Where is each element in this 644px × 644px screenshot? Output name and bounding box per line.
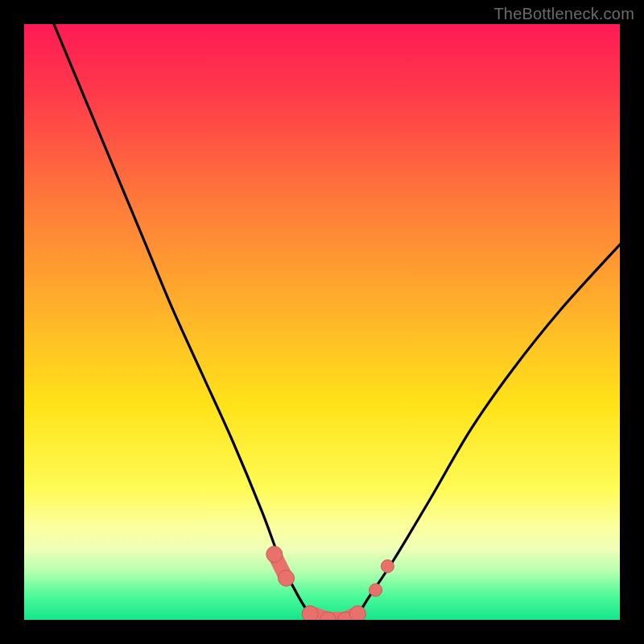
chart-plot-area [24, 24, 620, 620]
bead-right-2 [381, 559, 394, 572]
bead-left-cluster-start [266, 547, 283, 563]
curve-beads-group [266, 547, 394, 620]
bead-right-1 [369, 584, 382, 597]
bead-floor-1 [302, 606, 318, 620]
watermark-text: TheBottleneck.com [493, 5, 634, 23]
bead-floor-4 [349, 606, 365, 620]
bottleneck-curve-svg [24, 24, 620, 620]
bottleneck-curve-path [54, 24, 620, 620]
bead-left-cluster-end [279, 570, 295, 586]
